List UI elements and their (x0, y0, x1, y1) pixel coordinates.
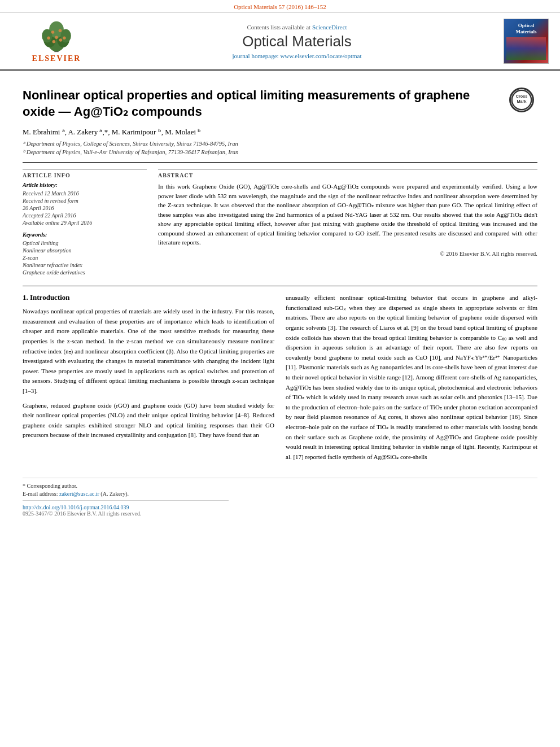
svg-text:Mark: Mark (517, 99, 527, 104)
intro-paragraph-2: Graphene, reduced graphene oxide (rGO) a… (23, 401, 274, 440)
abstract-text: In this work Graphene Oxide (GO), Ag@TiO… (158, 182, 537, 247)
svg-text:Cross: Cross (516, 94, 527, 99)
elsevier-logo: ELSEVIER (32, 19, 81, 63)
svg-point-12 (53, 40, 56, 43)
date-online: Available online 29 April 2016 (23, 220, 147, 226)
elsevier-tree-icon (34, 19, 79, 53)
intro-paragraph-1: Nowadays nonlinear optical properties of… (23, 307, 274, 396)
article-info-column: ARTICLE INFO Article history: Received 1… (23, 169, 147, 277)
journal-volume-info: Optical Materials 57 (2016) 146–152 (234, 3, 326, 10)
journal-citation-bar: Optical Materials 57 (2016) 146–152 (0, 0, 560, 13)
crossmark-badge: Cross Mark (509, 88, 537, 116)
email-note: E-mail address: zakeri@susc.ac.ir (A. Za… (23, 491, 537, 497)
affiliation-1: ᵃ Department of Physics, College of Scie… (23, 140, 537, 147)
svg-point-13 (59, 38, 63, 42)
cover-title: OpticalMaterials (516, 23, 537, 35)
keyword-1: Optical limiting (23, 240, 147, 246)
keyword-5: Graphene oxide derivatives (23, 269, 147, 276)
sciencedirect-link-text[interactable]: ScienceDirect (312, 24, 347, 30)
right-paragraph-1: unusually efficient nonlinear optical-li… (286, 293, 537, 462)
keyword-4: Nonlinear refractive index (23, 262, 147, 268)
svg-point-10 (63, 36, 66, 40)
corresponding-author-note: * Corresponding author. (23, 483, 537, 489)
svg-point-7 (51, 30, 55, 34)
author-email[interactable]: zakeri@susc.ac.ir (59, 491, 99, 497)
affiliation-2: ᵇ Department of Physics, Vali-e-Asr Univ… (23, 148, 537, 155)
abstract-column: ABSTRACT In this work Graphene Oxide (GO… (158, 169, 537, 277)
crossmark-icon: Cross Mark (509, 88, 534, 112)
authors-line: M. Ebrahimi ᵃ, A. Zakery ᵃ,*, M. Karimip… (23, 128, 537, 137)
body-left-column: 1. Introduction Nowadays nonlinear optic… (23, 293, 274, 466)
journal-center-header: Contents lists available at ScienceDirec… (102, 24, 492, 59)
keywords-label: Keywords: (23, 231, 147, 238)
introduction-heading: 1. Introduction (23, 293, 274, 302)
abstract-label: ABSTRACT (158, 169, 537, 178)
body-right-column: unusually efficient nonlinear optical-li… (286, 293, 537, 466)
article-footer: * Corresponding author. E-mail address: … (23, 478, 537, 517)
date-revised-label: Received in revised form (23, 198, 147, 204)
divider-line (23, 500, 229, 501)
body-divider (23, 286, 537, 286)
journal-cover: OpticalMaterials (492, 19, 549, 64)
history-label: Article history: (23, 182, 147, 188)
keyword-3: Z-scan (23, 255, 147, 261)
journal-homepage: journal homepage: www.elsevier.com/locat… (102, 53, 492, 59)
article-title-container: Nonlinear optical properties and optical… (23, 88, 504, 120)
authors-text: M. Ebrahimi ᵃ, A. Zakery ᵃ,*, M. Karimip… (23, 128, 201, 136)
article-title: Nonlinear optical properties and optical… (23, 88, 504, 120)
article-info-label: ARTICLE INFO (23, 169, 147, 178)
section-divider (23, 162, 537, 163)
sciencedirect-info: Contents lists available at ScienceDirec… (102, 24, 492, 30)
doi-link[interactable]: http://dx.doi.org/10.1016/j.optmat.2016.… (23, 504, 537, 510)
journal-name: Optical Materials (102, 33, 492, 50)
elsevier-label: ELSEVIER (32, 54, 81, 63)
date-accepted: Accepted 22 April 2016 (23, 212, 147, 219)
elsevier-logo-area: ELSEVIER (11, 19, 102, 63)
article-title-section: Nonlinear optical properties and optical… (23, 82, 537, 120)
main-content: Nonlinear optical properties and optical… (0, 71, 560, 528)
date-revised: 20 April 2016 (23, 205, 147, 211)
date-received: Received 12 March 2016 (23, 190, 147, 196)
svg-point-11 (55, 36, 58, 40)
keyword-2: Nonlinear absorption (23, 247, 147, 254)
svg-point-8 (59, 29, 62, 33)
svg-point-5 (42, 29, 52, 43)
svg-point-6 (60, 29, 71, 43)
body-content: 1. Introduction Nowadays nonlinear optic… (23, 293, 537, 466)
issn-text: 0925-3467/© 2016 Elsevier B.V. All right… (23, 510, 537, 517)
journal-header: ELSEVIER Contents lists available at Sci… (0, 13, 560, 71)
svg-point-9 (47, 36, 50, 40)
info-abstract-section: ARTICLE INFO Article history: Received 1… (23, 169, 537, 277)
copyright-text: © 2016 Elsevier B.V. All rights reserved… (158, 251, 537, 257)
journal-cover-image: OpticalMaterials (504, 19, 549, 64)
journal-url[interactable]: www.elsevier.com/locate/optmat (280, 53, 361, 59)
